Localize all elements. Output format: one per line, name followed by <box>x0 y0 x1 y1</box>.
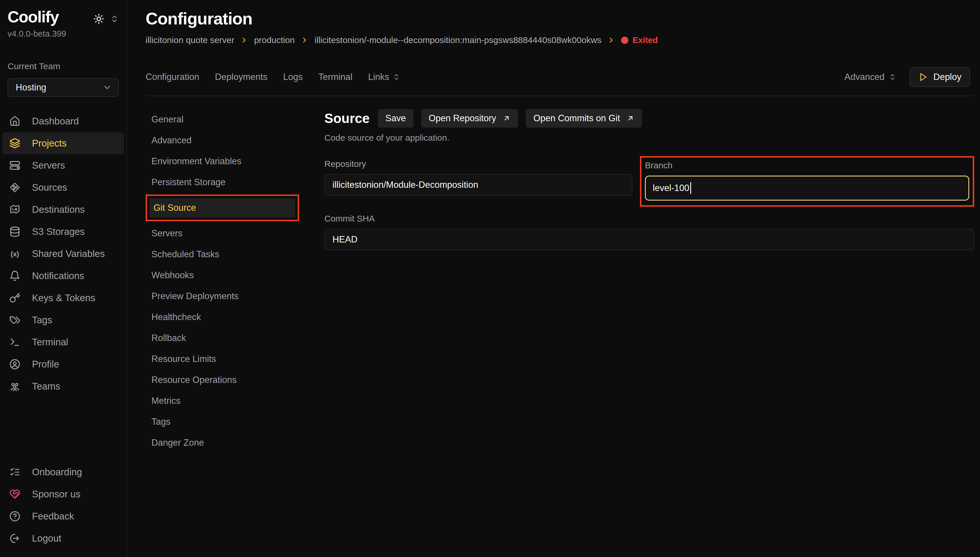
sidebar-item-label: Tags <box>32 314 52 326</box>
subnav-item-persistent-storage[interactable]: Persistent Storage <box>146 172 313 193</box>
sidebar-item-keys-tokens[interactable]: Keys & Tokens <box>2 287 124 309</box>
sidebar-item-label: Projects <box>32 138 67 149</box>
chevrons-up-down-icon <box>393 73 400 81</box>
app-logo[interactable]: Coolify <box>8 9 66 26</box>
branch-label: Branch <box>645 160 969 170</box>
sidebar-item-feedback[interactable]: Feedback <box>2 505 124 527</box>
deploy-label: Deploy <box>933 72 962 82</box>
sidebar-item-s3-storages[interactable]: S3 Storages <box>2 221 124 243</box>
sidebar-item-dashboard[interactable]: Dashboard <box>2 110 124 132</box>
sidebar-item-label: Dashboard <box>32 116 79 127</box>
heart-handshake-icon <box>9 489 20 500</box>
commit-sha-input[interactable] <box>324 229 974 250</box>
help-circle-icon <box>9 511 20 522</box>
chevron-right-icon <box>301 36 309 44</box>
app-version: v4.0.0-beta.399 <box>8 29 66 39</box>
repository-label: Repository <box>324 159 632 169</box>
save-button[interactable]: Save <box>378 109 414 128</box>
breadcrumb-project[interactable]: illicitonion quote server <box>146 35 234 45</box>
sidebar-item-terminal[interactable]: Terminal <box>2 331 124 353</box>
breadcrumb-environment[interactable]: production <box>254 35 295 45</box>
branch-input[interactable]: level-100 <box>645 176 969 200</box>
sidebar-item-notifications[interactable]: Notifications <box>2 265 124 287</box>
sidebar-item-tags[interactable]: Tags <box>2 309 124 331</box>
advanced-label: Advanced <box>845 72 885 82</box>
status-dot-icon <box>621 37 628 44</box>
layers-icon <box>9 138 20 149</box>
server-icon <box>9 160 20 171</box>
sidebar-item-label: Feedback <box>32 511 74 522</box>
sidebar-item-sources[interactable]: Sources <box>2 176 124 199</box>
team-select[interactable]: Hosting <box>8 78 119 97</box>
sidebar-item-projects[interactable]: Projects <box>2 132 124 155</box>
status-badge: Exited <box>621 36 658 45</box>
commit-sha-label: Commit SHA <box>324 214 974 223</box>
sidebar-item-servers[interactable]: Servers <box>2 155 124 176</box>
sidebar-item-label: Keys & Tokens <box>32 292 95 303</box>
subnav-item-rollback[interactable]: Rollback <box>146 327 313 349</box>
subnav-item-servers[interactable]: Servers <box>146 223 313 244</box>
sidebar-footer-nav: Onboarding Sponsor us Feedback Logout <box>0 461 127 549</box>
subnav-item-danger-zone[interactable]: Danger Zone <box>146 432 313 453</box>
sidebar-item-sponsor-us[interactable]: Sponsor us <box>2 483 124 505</box>
chevrons-up-down-icon[interactable] <box>110 15 119 23</box>
sidebar-item-teams[interactable]: Teams <box>2 375 124 397</box>
subnav-item-general[interactable]: General <box>146 109 313 130</box>
subnav-item-preview-deployments[interactable]: Preview Deployments <box>146 286 313 307</box>
sidebar-item-label: Notifications <box>32 270 84 282</box>
terminal-icon <box>9 337 20 348</box>
subnav-item-tags[interactable]: Tags <box>146 411 313 432</box>
git-source-panel: Source Save Open Repository Open Commits… <box>313 109 974 250</box>
advanced-dropdown[interactable]: Advanced <box>845 72 896 82</box>
section-title: Source <box>324 111 370 126</box>
sidebar-item-onboarding[interactable]: Onboarding <box>2 461 124 483</box>
subnav-item-advanced[interactable]: Advanced <box>146 130 313 151</box>
play-icon <box>918 72 928 82</box>
sidebar-item-label: Terminal <box>32 337 68 348</box>
sidebar: Coolify v4.0.0-beta.399 Current Team Hos… <box>0 0 127 557</box>
tabs-bar: Configuration Deployments Logs Terminal … <box>146 67 974 87</box>
sidebar-item-destinations[interactable]: Destinations <box>2 199 124 221</box>
subnav-item-resource-operations[interactable]: Resource Operations <box>146 370 313 391</box>
subnav-item-scheduled-tasks[interactable]: Scheduled Tasks <box>146 244 313 265</box>
tab-links[interactable]: Links <box>368 72 400 82</box>
chevron-right-icon <box>607 36 615 44</box>
deploy-button[interactable]: Deploy <box>910 67 970 87</box>
open-repository-label: Open Repository <box>429 113 496 124</box>
tab-logs[interactable]: Logs <box>283 72 302 82</box>
sidebar-item-logout[interactable]: Logout <box>2 527 124 549</box>
subnav-item-environment-variables[interactable]: Environment Variables <box>146 151 313 172</box>
subnav-item-webhooks[interactable]: Webhooks <box>146 265 313 286</box>
breadcrumb-application[interactable]: illicitestonion/-module--decomposition:m… <box>314 35 601 45</box>
chevrons-up-down-icon <box>889 73 896 81</box>
section-description: Code source of your application. <box>324 133 974 143</box>
tab-configuration[interactable]: Configuration <box>146 72 199 82</box>
user-circle-icon <box>9 359 20 370</box>
branch-annotation-box: Branch level-100 <box>640 156 974 207</box>
open-repository-button[interactable]: Open Repository <box>421 109 518 128</box>
sidebar-nav: Dashboard Projects Servers Sources Desti… <box>0 110 127 397</box>
tab-links-label: Links <box>368 72 389 82</box>
list-checks-icon <box>9 467 20 478</box>
tab-deployments[interactable]: Deployments <box>215 72 267 82</box>
app-root: Coolify v4.0.0-beta.399 Current Team Hos… <box>0 0 980 557</box>
chevron-right-icon <box>240 36 248 44</box>
tab-terminal[interactable]: Terminal <box>319 72 353 82</box>
subnav-item-resource-limits[interactable]: Resource Limits <box>146 349 313 370</box>
main-content: Configuration illicitonion quote server … <box>127 0 980 557</box>
subnav-item-healthcheck[interactable]: Healthcheck <box>146 307 313 327</box>
team-select-value: Hosting <box>16 82 46 93</box>
sidebar-item-label: Sources <box>32 182 67 193</box>
text-cursor <box>690 182 691 194</box>
sun-icon[interactable] <box>93 13 104 24</box>
sidebar-item-shared-variables[interactable]: (x) Shared Variables <box>2 243 124 265</box>
svg-text:(x): (x) <box>10 250 19 257</box>
sidebar-item-label: Shared Variables <box>32 248 105 259</box>
repository-input[interactable] <box>324 174 632 195</box>
open-commits-button[interactable]: Open Commits on Git <box>526 109 642 128</box>
sidebar-item-profile[interactable]: Profile <box>2 353 124 375</box>
tags-icon <box>9 314 20 326</box>
subnav-item-git-source[interactable]: Git Source <box>150 198 295 217</box>
subnav-item-metrics[interactable]: Metrics <box>146 391 313 411</box>
git-source-icon <box>9 182 20 193</box>
